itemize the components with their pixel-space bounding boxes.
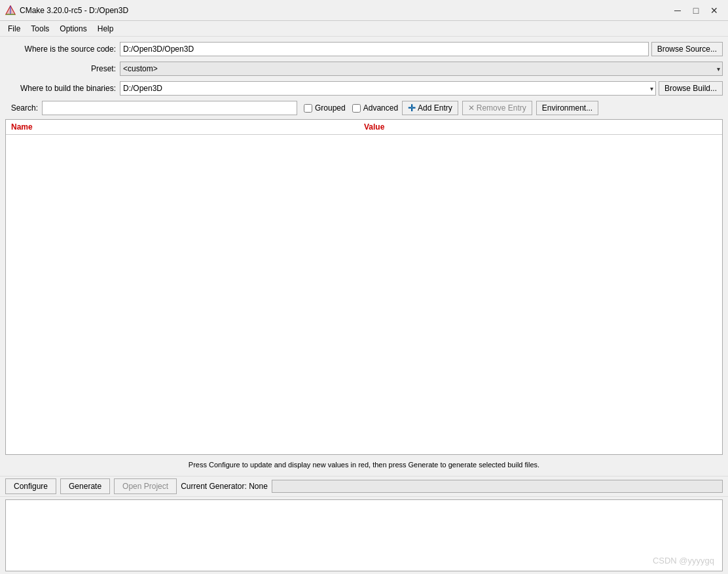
- menu-options[interactable]: Options: [54, 23, 92, 35]
- title-bar-title: CMake 3.20.0-rc5 - D:/Open3D: [20, 6, 128, 15]
- preset-label: Preset:: [5, 64, 120, 73]
- menu-file[interactable]: File: [3, 23, 26, 35]
- main-content: Where is the source code: Browse Source.…: [0, 37, 728, 476]
- add-entry-button[interactable]: ✛ Add Entry: [402, 101, 458, 115]
- title-bar: CMake 3.20.0-rc5 - D:/Open3D ─ □ ✕: [0, 0, 728, 21]
- browse-source-button[interactable]: Browse Source...: [651, 42, 723, 56]
- configure-button[interactable]: Configure: [5, 478, 56, 494]
- config-table: Name Value: [5, 119, 723, 455]
- add-icon: ✛: [408, 103, 416, 113]
- menu-help[interactable]: Help: [92, 23, 119, 35]
- remove-entry-button[interactable]: ✕ Remove Entry: [462, 101, 532, 115]
- environment-button[interactable]: Environment...: [536, 101, 598, 115]
- grouped-label[interactable]: Grouped: [315, 103, 346, 113]
- table-header: Name Value: [6, 120, 722, 135]
- x-icon: ✕: [468, 103, 475, 113]
- open-project-button[interactable]: Open Project: [114, 478, 177, 494]
- source-input[interactable]: [120, 42, 649, 56]
- status-bar: Press Configure to update and display ne…: [5, 457, 723, 472]
- menu-bar: File Tools Options Help: [0, 21, 728, 37]
- generator-bar: [272, 480, 723, 493]
- title-bar-controls: ─ □ ✕: [669, 3, 723, 18]
- search-input[interactable]: [42, 101, 297, 115]
- add-entry-label: Add Entry: [418, 103, 452, 113]
- build-label: Where to build the binaries:: [5, 84, 120, 93]
- grouped-checkbox-group: Grouped: [304, 103, 346, 113]
- source-label: Where is the source code:: [5, 45, 120, 54]
- build-select[interactable]: D:/Open3D: [120, 81, 656, 96]
- table-name-header: Name: [11, 122, 364, 132]
- generator-label: Current Generator: None: [181, 482, 268, 491]
- log-area: CSDN @yyyygq: [5, 499, 723, 571]
- maximize-button[interactable]: □: [687, 3, 704, 18]
- build-select-wrapper: D:/Open3D: [120, 81, 656, 96]
- preset-select-wrapper: <custom>: [120, 62, 723, 76]
- search-label: Search:: [5, 103, 38, 113]
- cmake-logo-icon: [5, 5, 16, 16]
- title-bar-left: CMake 3.20.0-rc5 - D:/Open3D: [5, 5, 128, 16]
- close-button[interactable]: ✕: [706, 3, 723, 18]
- build-row: Where to build the binaries: D:/Open3D B…: [5, 80, 723, 97]
- advanced-checkbox[interactable]: [352, 104, 361, 113]
- menu-tools[interactable]: Tools: [26, 23, 54, 35]
- bottom-bar: Configure Generate Open Project Current …: [0, 476, 728, 497]
- advanced-checkbox-group: Advanced: [352, 103, 398, 113]
- advanced-label[interactable]: Advanced: [363, 103, 398, 113]
- browse-build-button[interactable]: Browse Build...: [659, 81, 723, 96]
- search-row: Search: Grouped Advanced ✛ Add Entry ✕ R…: [5, 99, 723, 117]
- table-value-header: Value: [364, 122, 384, 132]
- watermark: CSDN @yyyygq: [653, 556, 714, 565]
- preset-select[interactable]: <custom>: [120, 62, 723, 76]
- status-message: Press Configure to update and display ne…: [189, 461, 539, 469]
- preset-row: Preset: <custom>: [5, 60, 723, 77]
- minimize-button[interactable]: ─: [669, 3, 686, 18]
- generate-button[interactable]: Generate: [60, 478, 110, 494]
- grouped-checkbox[interactable]: [304, 104, 312, 113]
- source-row: Where is the source code: Browse Source.…: [5, 41, 723, 58]
- remove-entry-label: Remove Entry: [477, 103, 526, 113]
